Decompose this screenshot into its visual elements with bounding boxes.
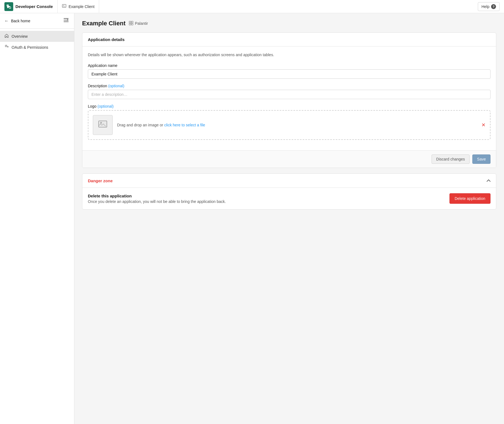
main-content: Example Client Palantir Application deta…: [74, 13, 504, 424]
svg-rect-9: [129, 21, 131, 23]
logo-label: Logo (optional): [88, 104, 491, 108]
card-footer-app-details: Discard changes Save: [82, 150, 496, 168]
application-details-card: Application details Details will be show…: [82, 32, 496, 168]
logo-upload-area[interactable]: Drag and drop an image or click here to …: [88, 110, 491, 140]
description-label: Description (optional): [88, 84, 491, 88]
form-group-name: Application name: [88, 63, 491, 79]
form-group-description: Description (optional): [88, 84, 491, 99]
sidebar-item-oauth[interactable]: OAuth & Permissions: [0, 42, 74, 53]
page-header: Example Client Palantir: [82, 20, 496, 27]
svg-point-4: [63, 5, 64, 6]
svg-rect-5: [64, 18, 69, 19]
help-button[interactable]: Help ?: [478, 2, 500, 11]
app-title: Developer Console: [15, 4, 53, 9]
org-icon: [129, 21, 133, 26]
back-home-label: Back home: [11, 19, 30, 23]
discard-changes-button[interactable]: Discard changes: [432, 154, 470, 164]
logo-upload-link[interactable]: click here to select a file: [164, 123, 205, 127]
form-group-logo: Logo (optional): [88, 104, 491, 140]
sidebar-item-overview[interactable]: Overview: [0, 31, 74, 42]
sidebar-nav: Overview OAuth & Permissions: [0, 29, 74, 55]
card-header-app-details: Application details: [82, 33, 496, 47]
help-circle-icon: ?: [491, 4, 496, 9]
danger-zone-card: Danger zone Delete this application Once…: [82, 173, 496, 210]
overview-icon: [4, 34, 9, 39]
sidebar: ← Back home Overview: [0, 13, 74, 424]
danger-chevron-icon: [487, 178, 491, 183]
logo-optional: (optional): [97, 104, 113, 108]
topbar-tab-example-client[interactable]: Example Client: [58, 0, 99, 13]
svg-rect-10: [131, 21, 133, 23]
back-arrow-icon: ←: [4, 18, 9, 23]
logo-upload-text: Drag and drop an image or: [117, 123, 163, 127]
danger-description: Delete this application Once you delete …: [88, 194, 226, 204]
org-badge: Palantir: [129, 21, 148, 26]
oauth-icon: [4, 45, 9, 50]
collapse-sidebar-icon[interactable]: [63, 17, 70, 25]
sidebar-top: ← Back home: [0, 13, 74, 29]
danger-zone-body: Delete this application Once you delete …: [82, 188, 496, 209]
back-home-link[interactable]: ← Back home: [4, 18, 30, 23]
app-details-description: Details will be shown wherever the appli…: [88, 52, 491, 58]
danger-delete-label: Delete this application: [88, 194, 226, 198]
svg-rect-7: [64, 21, 69, 22]
card-body-app-details: Details will be shown wherever the appli…: [82, 47, 496, 150]
logo-clear-button[interactable]: ✕: [480, 121, 487, 129]
help-label: Help: [481, 4, 489, 9]
logo-preview-box: [93, 115, 113, 135]
topbar: Developer Console Example Client Help ?: [0, 0, 504, 13]
save-button[interactable]: Save: [472, 154, 491, 164]
org-name: Palantir: [135, 21, 148, 26]
svg-point-14: [100, 122, 102, 124]
name-label: Application name: [88, 63, 491, 68]
danger-zone-header[interactable]: Danger zone: [82, 174, 496, 188]
danger-delete-description: Once you delete an application, you will…: [88, 199, 226, 204]
page-title: Example Client: [82, 20, 126, 27]
svg-marker-0: [7, 5, 10, 8]
tab-image-icon: [62, 4, 66, 9]
sidebar-item-oauth-label: OAuth & Permissions: [12, 45, 48, 50]
application-name-input[interactable]: [88, 69, 491, 79]
tab-label: Example Client: [69, 4, 94, 9]
developer-console-logo-icon: [4, 2, 13, 11]
svg-rect-12: [131, 23, 133, 25]
sidebar-item-overview-label: Overview: [12, 34, 28, 39]
main-layout: ← Back home Overview: [0, 13, 504, 424]
delete-application-button[interactable]: Delete application: [449, 193, 491, 204]
description-input[interactable]: [88, 90, 491, 99]
danger-zone-title: Danger zone: [88, 178, 113, 183]
image-placeholder-icon: [98, 120, 107, 130]
topbar-logo: Developer Console: [4, 0, 58, 13]
description-optional: (optional): [108, 84, 124, 88]
svg-rect-11: [129, 23, 131, 25]
logo-upload-prompt: Drag and drop an image or click here to …: [117, 123, 205, 127]
svg-point-8: [5, 45, 7, 47]
